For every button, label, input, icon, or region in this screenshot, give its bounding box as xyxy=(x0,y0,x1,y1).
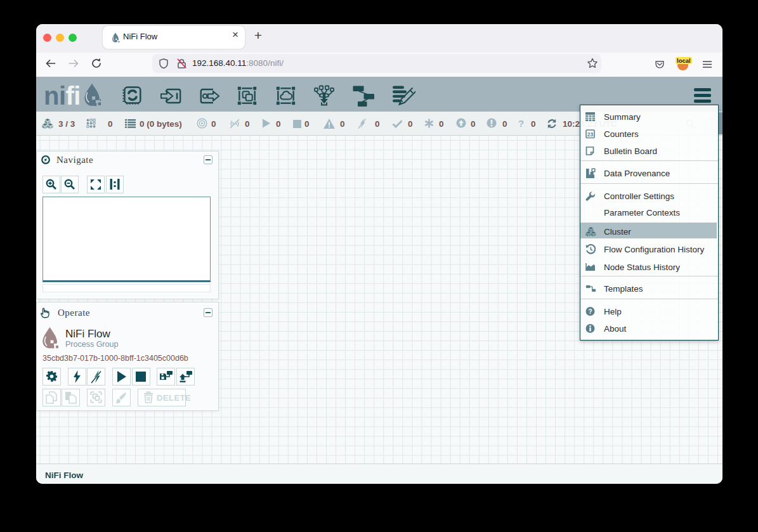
svg-text:23: 23 xyxy=(587,131,594,137)
svg-text:?: ? xyxy=(588,308,592,315)
